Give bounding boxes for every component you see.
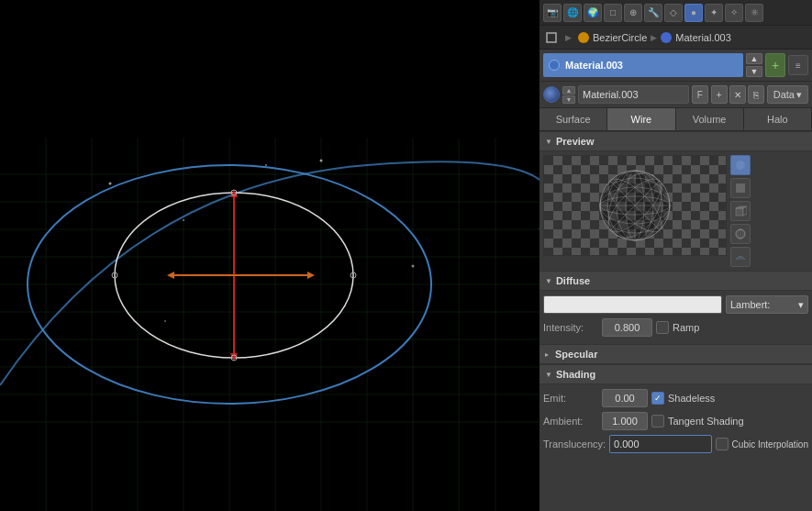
svg-marker-61 xyxy=(743,206,747,216)
world-icon[interactable]: 🌍 xyxy=(584,4,602,22)
properties-panel: 📷 🌐 🌍 □ ⊕ 🔧 ◇ ● ✦ ✧ ⚛ ▶ BezierCircle ▶ M… xyxy=(539,0,812,511)
scene-icon[interactable]: 🌐 xyxy=(563,4,582,22)
cubic-checkbox[interactable] xyxy=(716,438,729,450)
shader-dropdown-icon: ▾ xyxy=(798,299,804,311)
halo-label: Halo xyxy=(767,114,788,125)
tab-volume[interactable]: Volume xyxy=(676,108,744,130)
ambient-label: Ambient: xyxy=(543,416,598,427)
mat-selector-up[interactable]: ▲ xyxy=(562,86,575,94)
mat-copy-btn[interactable]: ⎘ xyxy=(748,85,764,104)
material-list-up[interactable]: ▲ xyxy=(746,53,762,64)
particles-icon[interactable]: ✧ xyxy=(725,4,743,22)
material-action-btns: + ✕ ⎘ xyxy=(711,85,764,104)
preview-world-btn[interactable] xyxy=(730,224,751,244)
emit-value[interactable]: 0.00 xyxy=(602,389,648,407)
preview-sidebar xyxy=(730,155,751,267)
preview-sphere-svg xyxy=(594,164,676,247)
breadcrumb: ▶ BezierCircle ▶ Material.003 xyxy=(539,26,812,50)
shader-label: Lambert: xyxy=(730,299,770,310)
svg-point-35 xyxy=(412,265,415,268)
diffuse-section-header[interactable]: ▼ Diffuse xyxy=(539,271,812,291)
material-icon[interactable]: ● xyxy=(684,4,703,22)
material-list-name: Material.003 xyxy=(565,60,623,71)
tab-halo[interactable]: Halo xyxy=(744,108,812,130)
ramp-label: Ramp xyxy=(673,322,699,333)
viewport-3d[interactable] xyxy=(0,0,539,511)
mat-add-btn[interactable]: + xyxy=(711,85,728,104)
plus-icon: + xyxy=(772,58,779,72)
tab-wire[interactable]: Wire xyxy=(607,108,675,130)
shading-section: Emit: 0.00 Shadeless Ambient: 1.000 xyxy=(539,384,812,461)
ambient-number: 1.000 xyxy=(612,416,638,427)
modifier-icon[interactable]: 🔧 xyxy=(644,4,662,22)
preview-sphere-btn[interactable] xyxy=(730,155,751,175)
material-add-button[interactable]: + xyxy=(765,53,785,77)
top-toolbar: 📷 🌐 🌍 □ ⊕ 🔧 ◇ ● ✦ ✧ ⚛ xyxy=(539,0,812,26)
preview-sky-btn[interactable] xyxy=(730,247,751,267)
translucency-row: Translucency: 0.000 Cubic Interpolation xyxy=(543,434,808,454)
material-sphere-icon xyxy=(543,86,560,103)
volume-label: Volume xyxy=(693,114,727,125)
material-list-entry[interactable]: Material.003 xyxy=(543,53,743,77)
preview-sphere-container xyxy=(543,155,727,256)
bezier-icon xyxy=(578,32,589,43)
shadeless-label: Shadeless xyxy=(668,393,715,404)
svg-rect-58 xyxy=(736,183,745,193)
diffuse-section: Lambert: ▾ Intensity: 0.800 Ramp xyxy=(539,291,812,344)
diffuse-triangle: ▼ xyxy=(545,277,552,285)
tangent-wrap: Tangent Shading xyxy=(651,415,744,428)
diffuse-color-swatch[interactable] xyxy=(543,295,722,314)
shadeless-wrap: Shadeless xyxy=(651,392,715,405)
diffuse-shader-dropdown[interactable]: Lambert: ▾ xyxy=(726,295,808,314)
material-f-badge[interactable]: F xyxy=(692,85,708,104)
f-label: F xyxy=(697,90,703,100)
object-icon[interactable]: □ xyxy=(604,4,622,22)
constraint-icon[interactable]: ⊕ xyxy=(624,4,642,22)
intensity-number: 0.800 xyxy=(615,322,640,333)
svg-rect-59 xyxy=(736,208,743,216)
shading-triangle: ▼ xyxy=(545,371,552,379)
breadcrumb-bezier[interactable]: BezierCircle xyxy=(593,32,647,43)
shadeless-checkbox[interactable] xyxy=(651,392,664,405)
translucency-number: 0.000 xyxy=(614,439,640,450)
svg-point-36 xyxy=(164,320,166,322)
material-tab-bar: Surface Wire Volume Halo xyxy=(539,108,812,131)
ambient-row: Ambient: 1.000 Tangent Shading xyxy=(543,411,808,431)
ramp-checkbox-wrap: Ramp xyxy=(656,321,699,334)
preview-triangle: ▼ xyxy=(545,138,552,146)
data-icon[interactable]: ◇ xyxy=(664,4,683,22)
breadcrumb-home-icon xyxy=(545,31,558,44)
intensity-value[interactable]: 0.800 xyxy=(602,318,652,337)
diffuse-intensity-row: Intensity: 0.800 Ramp xyxy=(543,317,808,338)
preview-header-label: Preview xyxy=(556,136,595,147)
svg-point-57 xyxy=(736,161,745,170)
mat-selector-down[interactable]: ▼ xyxy=(562,95,575,104)
material-name-field[interactable]: Material.003 xyxy=(578,85,689,104)
surface-label: Surface xyxy=(556,114,591,125)
preview-cube-btn[interactable] xyxy=(730,201,751,221)
svg-point-32 xyxy=(320,160,323,162)
ramp-checkbox[interactable] xyxy=(656,321,669,334)
preview-plane-btn[interactable] xyxy=(730,178,751,198)
specular-section-header[interactable]: ▸ Specular xyxy=(539,344,812,364)
physics-icon[interactable]: ⚛ xyxy=(745,4,763,22)
diffuse-header-label: Diffuse xyxy=(556,275,590,286)
mat-x-btn[interactable]: ✕ xyxy=(729,85,746,104)
emit-label: Emit: xyxy=(543,393,598,404)
render-icon[interactable]: 📷 xyxy=(543,4,562,22)
material-list-lines: ≡ xyxy=(788,55,808,75)
tangent-checkbox[interactable] xyxy=(651,415,664,428)
translucency-field[interactable]: 0.000 xyxy=(609,435,712,453)
tab-surface[interactable]: Surface xyxy=(539,108,607,130)
shading-section-header[interactable]: ▼ Shading xyxy=(539,364,812,384)
diffuse-color-row: Lambert: ▾ xyxy=(543,294,808,315)
intensity-label: Intensity: xyxy=(543,322,598,333)
preview-section-header[interactable]: ▼ Preview xyxy=(539,131,812,151)
material-list-down[interactable]: ▼ xyxy=(746,66,762,77)
breadcrumb-material[interactable]: Material.003 xyxy=(675,32,731,43)
texture-icon[interactable]: ✦ xyxy=(705,4,723,22)
ambient-value[interactable]: 1.000 xyxy=(602,412,648,430)
panel-content[interactable]: ▼ Preview xyxy=(539,131,812,511)
data-button[interactable]: Data ▾ xyxy=(767,85,808,104)
specular-triangle: ▸ xyxy=(545,350,549,359)
